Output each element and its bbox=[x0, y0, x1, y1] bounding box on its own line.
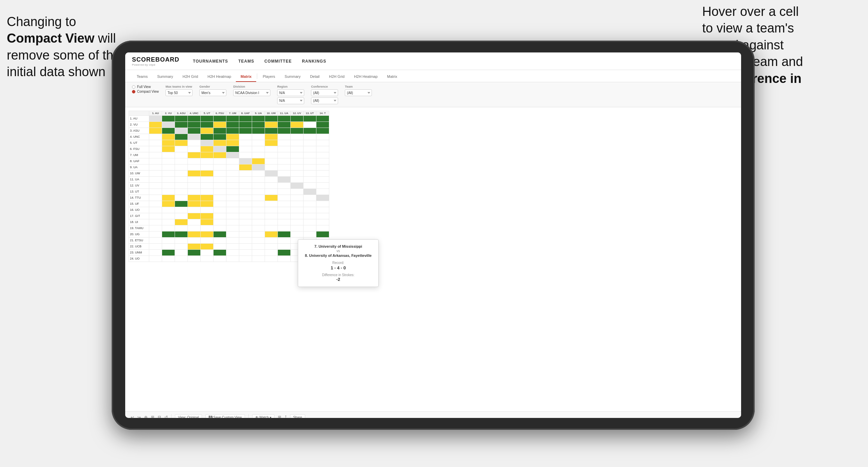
matrix-cell[interactable] bbox=[226, 121, 239, 128]
matrix-cell[interactable] bbox=[188, 219, 201, 225]
matrix-cell[interactable] bbox=[291, 195, 304, 201]
matrix-cell[interactable] bbox=[162, 237, 175, 243]
matrix-cell[interactable] bbox=[265, 207, 278, 213]
matrix-cell[interactable] bbox=[149, 243, 162, 249]
matrix-cell[interactable] bbox=[175, 237, 188, 243]
matrix-cell[interactable] bbox=[252, 213, 265, 219]
matrix-cell[interactable] bbox=[252, 146, 265, 152]
matrix-cell[interactable] bbox=[278, 207, 291, 213]
matrix-cell[interactable] bbox=[214, 195, 226, 201]
matrix-cell[interactable] bbox=[291, 121, 304, 128]
tool1-icon[interactable]: ⊕ bbox=[144, 415, 148, 418]
grid-icon[interactable]: ⊞ bbox=[278, 415, 281, 418]
matrix-cell[interactable] bbox=[239, 121, 252, 128]
matrix-cell[interactable] bbox=[252, 176, 265, 182]
matrix-cell[interactable] bbox=[252, 134, 265, 140]
matrix-cell[interactable] bbox=[265, 170, 278, 176]
matrix-cell[interactable] bbox=[214, 170, 226, 176]
matrix-cell[interactable] bbox=[291, 158, 304, 164]
tool4-icon[interactable]: ↺ bbox=[164, 415, 168, 418]
matrix-cell[interactable] bbox=[226, 134, 239, 140]
matrix-cell[interactable] bbox=[201, 201, 214, 207]
matrix-cell[interactable] bbox=[214, 225, 226, 231]
nav-rankings[interactable]: RANKINGS bbox=[302, 59, 326, 64]
matrix-cell[interactable] bbox=[149, 231, 162, 237]
matrix-cell[interactable] bbox=[149, 146, 162, 152]
matrix-cell[interactable] bbox=[265, 121, 278, 128]
matrix-cell[interactable] bbox=[239, 225, 252, 231]
matrix-cell[interactable] bbox=[316, 170, 329, 176]
matrix-cell[interactable] bbox=[226, 201, 239, 207]
matrix-cell[interactable] bbox=[304, 207, 316, 213]
matrix-cell[interactable] bbox=[304, 140, 316, 146]
matrix-cell[interactable] bbox=[304, 170, 316, 176]
matrix-cell[interactable] bbox=[162, 231, 175, 237]
matrix-cell[interactable] bbox=[291, 213, 304, 219]
matrix-cell[interactable] bbox=[226, 249, 239, 255]
matrix-cell[interactable] bbox=[278, 146, 291, 152]
matrix-cell[interactable] bbox=[175, 213, 188, 219]
matrix-cell[interactable] bbox=[291, 201, 304, 207]
matrix-cell[interactable] bbox=[149, 140, 162, 146]
matrix-cell[interactable] bbox=[278, 182, 291, 188]
matrix-cell[interactable] bbox=[252, 243, 265, 249]
matrix-cell[interactable] bbox=[239, 146, 252, 152]
matrix-cell[interactable] bbox=[252, 188, 265, 195]
matrix-cell[interactable] bbox=[252, 201, 265, 207]
matrix-cell[interactable] bbox=[226, 255, 239, 262]
matrix-cell[interactable] bbox=[239, 170, 252, 176]
matrix-cell[interactable] bbox=[162, 243, 175, 249]
matrix-cell[interactable] bbox=[149, 158, 162, 164]
matrix-cell[interactable] bbox=[252, 170, 265, 176]
matrix-cell[interactable] bbox=[265, 146, 278, 152]
matrix-cell[interactable] bbox=[278, 225, 291, 231]
matrix-cell[interactable] bbox=[239, 207, 252, 213]
matrix-cell[interactable] bbox=[201, 140, 214, 146]
matrix-cell[interactable] bbox=[188, 170, 201, 176]
matrix-cell[interactable] bbox=[252, 140, 265, 146]
matrix-area[interactable]: 1. AU 2. VU 3. ASU 4. UNC 5. UT 6. FSU 7… bbox=[125, 107, 741, 411]
matrix-cell[interactable] bbox=[175, 219, 188, 225]
matrix-cell[interactable] bbox=[162, 225, 175, 231]
share-icon[interactable]: ⤴ bbox=[285, 415, 287, 418]
max-teams-select[interactable]: Top 50 bbox=[165, 89, 193, 96]
matrix-cell[interactable] bbox=[201, 121, 214, 128]
matrix-cell[interactable] bbox=[316, 201, 329, 207]
matrix-cell[interactable] bbox=[316, 121, 329, 128]
matrix-cell[interactable] bbox=[226, 188, 239, 195]
matrix-cell[interactable] bbox=[304, 134, 316, 140]
matrix-cell[interactable] bbox=[265, 188, 278, 195]
matrix-cell[interactable] bbox=[278, 140, 291, 146]
matrix-cell[interactable] bbox=[226, 207, 239, 213]
matrix-cell[interactable] bbox=[291, 152, 304, 158]
matrix-cell[interactable] bbox=[265, 182, 278, 188]
matrix-cell[interactable] bbox=[316, 158, 329, 164]
matrix-cell[interactable] bbox=[226, 213, 239, 219]
matrix-cell[interactable] bbox=[188, 243, 201, 249]
matrix-cell[interactable] bbox=[188, 195, 201, 201]
matrix-cell[interactable] bbox=[162, 128, 175, 134]
matrix-cell[interactable] bbox=[149, 182, 162, 188]
matrix-cell[interactable] bbox=[162, 140, 175, 146]
matrix-cell[interactable] bbox=[201, 128, 214, 134]
matrix-cell[interactable] bbox=[201, 146, 214, 152]
matrix-cell[interactable] bbox=[201, 188, 214, 195]
matrix-cell[interactable] bbox=[162, 121, 175, 128]
matrix-cell[interactable] bbox=[214, 134, 226, 140]
matrix-cell[interactable] bbox=[175, 140, 188, 146]
matrix-cell[interactable] bbox=[149, 249, 162, 255]
matrix-cell[interactable] bbox=[214, 231, 226, 237]
matrix-cell[interactable] bbox=[252, 158, 265, 164]
matrix-cell[interactable] bbox=[239, 255, 252, 262]
save-custom-view-btn[interactable]: 💾 Save Custom View bbox=[205, 414, 245, 418]
matrix-cell[interactable] bbox=[226, 176, 239, 182]
matrix-cell[interactable] bbox=[278, 176, 291, 182]
matrix-cell[interactable] bbox=[149, 134, 162, 140]
matrix-cell[interactable] bbox=[239, 140, 252, 146]
matrix-cell[interactable] bbox=[252, 237, 265, 243]
matrix-cell[interactable] bbox=[304, 176, 316, 182]
matrix-cell[interactable] bbox=[226, 182, 239, 188]
matrix-cell[interactable] bbox=[149, 195, 162, 201]
matrix-cell[interactable] bbox=[214, 176, 226, 182]
matrix-cell[interactable] bbox=[226, 225, 239, 231]
